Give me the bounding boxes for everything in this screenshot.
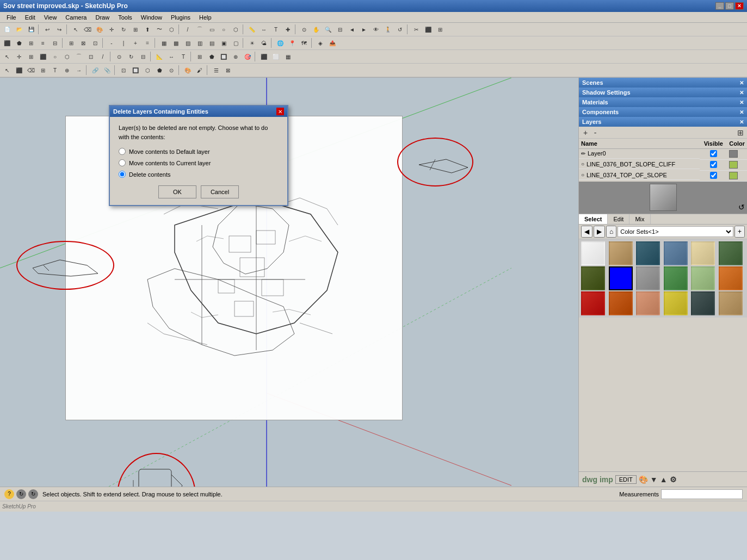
tb2-1[interactable]: ⬛ — [2, 38, 13, 48]
tb-move[interactable]: ✛ — [106, 24, 117, 35]
tb2-export[interactable]: 📤 — [327, 38, 338, 48]
tb4-3[interactable]: ⌫ — [26, 65, 36, 76]
tb3-8[interactable]: ⊡ — [85, 51, 96, 62]
layer-visible-2[interactable] — [700, 170, 727, 181]
tb4-1[interactable]: ↖ — [2, 65, 13, 76]
menu-plugins[interactable]: Plugins — [166, 13, 195, 22]
tb-eraser[interactable]: ⌫ — [82, 24, 93, 35]
option-move-current[interactable]: Move contents to Current layer — [119, 159, 279, 166]
tb4-8[interactable]: 🔗 — [90, 65, 101, 76]
tb2-geo2[interactable]: 📍 — [287, 38, 298, 48]
tb2-render[interactable]: ◈ — [315, 38, 326, 48]
tb2-8[interactable]: ⊡ — [90, 38, 101, 48]
tb3-17[interactable]: ⬟ — [206, 51, 217, 62]
radio-delete-contents[interactable] — [119, 171, 126, 178]
tb4-15[interactable]: 🎨 — [182, 65, 193, 76]
tb4-14[interactable]: ⊙ — [166, 65, 177, 76]
tb2-2[interactable]: ⬟ — [14, 38, 24, 48]
tb3-19[interactable]: ⊕ — [230, 51, 241, 62]
tb3-20[interactable]: 🎯 — [242, 51, 253, 62]
tb-paint[interactable]: 🎨 — [94, 24, 105, 35]
dialog-ok-button[interactable]: OK — [158, 185, 196, 198]
mat-swatch-17[interactable] — [691, 291, 715, 315]
tb3-12[interactable]: ⊟ — [138, 51, 149, 62]
layer-visible-1[interactable] — [700, 159, 727, 170]
tb-measure[interactable]: 📏 — [246, 24, 257, 35]
tb-text[interactable]: T — [270, 24, 281, 35]
tb2-shad1[interactable]: ☀ — [246, 38, 257, 48]
tb4-2[interactable]: ⬛ — [14, 65, 24, 76]
tb-save[interactable]: 💾 — [26, 24, 36, 35]
mat-tab-select[interactable]: Select — [579, 214, 608, 224]
tb-scale[interactable]: ⊞ — [130, 24, 141, 35]
layers-add-button[interactable]: + — [581, 128, 590, 137]
mat-swatch-15[interactable] — [636, 291, 660, 315]
tb-undo[interactable]: ↩ — [42, 24, 53, 35]
layer-color-swatch-1[interactable] — [729, 161, 738, 169]
layers-close[interactable]: ✕ — [739, 119, 744, 125]
mat-home-button[interactable]: ⌂ — [606, 226, 616, 238]
tb2-view6[interactable]: ▣ — [218, 38, 229, 48]
tb-arc[interactable]: ⌒ — [194, 24, 205, 35]
footer-up-icon[interactable]: ▲ — [660, 475, 668, 484]
tb3-3[interactable]: ⊞ — [26, 51, 36, 62]
tb3-9[interactable]: / — [97, 51, 108, 62]
tb4-18[interactable]: ⊠ — [223, 65, 233, 76]
menu-edit[interactable]: Edit — [21, 13, 40, 22]
measurements-input[interactable] — [661, 489, 743, 499]
tb4-7[interactable]: → — [73, 65, 84, 76]
tb3-11[interactable]: ↻ — [126, 51, 137, 62]
tb2-7[interactable]: ⊠ — [78, 38, 89, 48]
tb-select[interactable]: ↖ — [70, 24, 81, 35]
tb2-view2[interactable]: ▩ — [170, 38, 181, 48]
tb2-view5[interactable]: ▤ — [206, 38, 217, 48]
mat-swatch-4[interactable] — [664, 241, 688, 265]
tb3-6[interactable]: ⬡ — [61, 51, 72, 62]
option-delete-contents[interactable]: Delete contents — [119, 171, 279, 178]
minimize-button[interactable]: _ — [715, 2, 724, 10]
dwg-edit-button[interactable]: EDIT — [615, 475, 637, 484]
tb3-7[interactable]: ⌒ — [73, 51, 84, 62]
mat-refresh-button[interactable]: ↺ — [738, 203, 745, 211]
tb3-13[interactable]: 📐 — [154, 51, 165, 62]
tb2-shad2[interactable]: 🌤 — [258, 38, 269, 48]
tb4-9[interactable]: 📎 — [102, 65, 113, 76]
tb2-view7[interactable]: ▢ — [230, 38, 241, 48]
mat-swatch-1[interactable] — [581, 241, 605, 265]
tb-group[interactable]: ⊞ — [435, 24, 446, 35]
scenes-close[interactable]: ✕ — [739, 80, 744, 86]
option-move-default[interactable]: Move contents to Default layer — [119, 148, 279, 155]
tb3-14[interactable]: ↔ — [166, 51, 177, 62]
layer-color-0[interactable] — [727, 148, 747, 159]
tb2-geo3[interactable]: 🗺 — [299, 38, 310, 48]
tb2-view1[interactable]: ▦ — [158, 38, 169, 48]
footer-down-icon[interactable]: ▼ — [650, 475, 658, 484]
tb-rect[interactable]: ▭ — [206, 24, 217, 35]
mat-swatch-18[interactable] — [719, 291, 743, 315]
layers-remove-button[interactable]: - — [591, 128, 600, 137]
tb3-18[interactable]: 🔲 — [218, 51, 229, 62]
tb-offset[interactable]: ⬡ — [166, 24, 177, 35]
tb4-10[interactable]: ⊡ — [118, 65, 129, 76]
layer-visible-check-2[interactable] — [710, 172, 717, 179]
dialog-cancel-button[interactable]: Cancel — [201, 185, 239, 198]
tb3-2[interactable]: ✛ — [14, 51, 24, 62]
shadow-close[interactable]: ✕ — [739, 90, 744, 96]
mat-swatch-6[interactable] — [719, 241, 743, 265]
tb3-10[interactable]: ⊙ — [114, 51, 125, 62]
menu-camera[interactable]: Camera — [61, 13, 91, 22]
tb-axes[interactable]: ✚ — [282, 24, 293, 35]
tb-lookaround[interactable]: ↺ — [394, 24, 405, 35]
footer-paint-icon[interactable]: 🎨 — [639, 475, 648, 484]
mat-swatch-12[interactable] — [719, 266, 743, 290]
mat-back-button[interactable]: ◀ — [581, 226, 592, 238]
layer-color-1[interactable] — [727, 159, 747, 170]
tb-components[interactable]: ⬛ — [423, 24, 434, 35]
tb2-9[interactable]: - — [106, 38, 117, 48]
mat-swatch-13[interactable] — [581, 291, 605, 315]
maximize-button[interactable]: □ — [725, 2, 734, 10]
tb2-view3[interactable]: ▨ — [182, 38, 193, 48]
titlebar-controls[interactable]: _ □ ✕ — [715, 2, 744, 10]
layer-row-1[interactable]: ○ LINE_0376_BOT_SLOPE_CLIFF — [579, 159, 747, 170]
tb-pan[interactable]: ✋ — [311, 24, 322, 35]
